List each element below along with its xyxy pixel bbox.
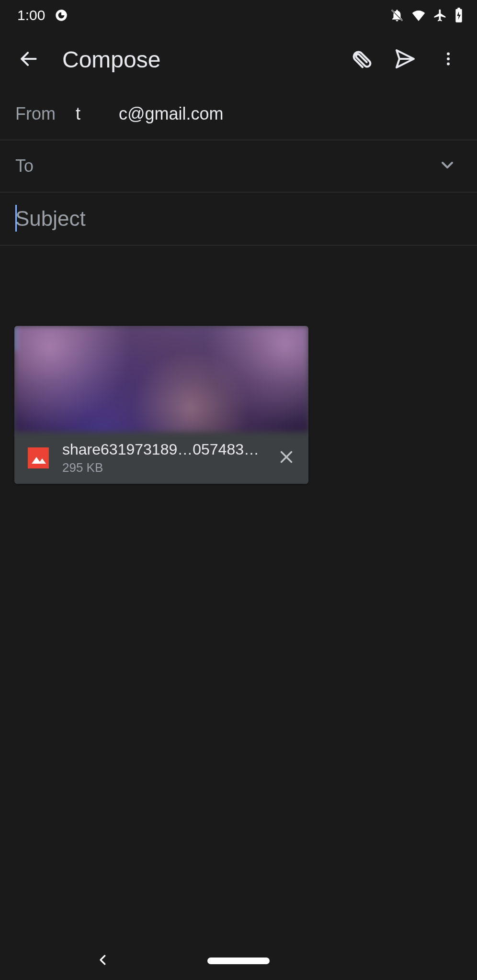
chevron-left-icon <box>96 960 110 969</box>
app-bar: Compose <box>0 31 477 88</box>
attachment-meta: share631973189…05748371.png 295 KB <box>14 432 308 484</box>
battery-charging-icon <box>454 8 464 23</box>
do-not-disturb-icon <box>55 9 68 22</box>
attachment-size: 295 KB <box>62 460 260 475</box>
to-field: To <box>0 140 477 192</box>
to-label: To <box>15 156 58 176</box>
close-icon <box>278 448 295 468</box>
to-input[interactable] <box>76 156 416 176</box>
arrow-back-icon <box>18 48 39 71</box>
svg-point-12 <box>447 62 450 65</box>
from-value: tc@gmail.com <box>76 104 224 124</box>
more-button[interactable] <box>429 40 467 78</box>
send-button[interactable] <box>386 40 424 78</box>
chevron-down-icon <box>438 156 457 177</box>
more-vert-icon <box>440 50 457 69</box>
compose-body-area: share631973189…05748371.png 295 KB <box>0 245 477 500</box>
svg-point-10 <box>447 52 450 55</box>
subject-input[interactable] <box>15 207 462 231</box>
attachment-card[interactable]: share631973189…05748371.png 295 KB <box>14 326 308 484</box>
image-file-icon <box>28 447 49 468</box>
system-nav-bar <box>0 942 477 980</box>
back-button[interactable] <box>10 40 48 78</box>
mute-icon <box>390 8 404 22</box>
body-input[interactable] <box>14 262 463 301</box>
attach-button[interactable] <box>343 40 381 78</box>
attachment-filename: share631973189…05748371.png <box>62 441 260 458</box>
airplane-icon <box>433 8 447 22</box>
subject-field <box>0 192 477 245</box>
from-label: From <box>15 104 58 124</box>
attachment-icon <box>351 48 373 71</box>
attachment-thumbnail <box>14 326 308 432</box>
svg-point-11 <box>447 57 450 60</box>
status-time: 1:00 <box>17 7 45 23</box>
from-field[interactable]: From tc@gmail.com <box>0 88 477 140</box>
text-cursor <box>15 205 17 232</box>
remove-attachment-button[interactable] <box>273 445 300 471</box>
page-title: Compose <box>53 46 338 73</box>
nav-back-button[interactable] <box>96 953 110 969</box>
status-bar: 1:00 <box>0 0 477 31</box>
nav-home-pill[interactable] <box>207 958 270 964</box>
expand-recipients-button[interactable] <box>433 152 462 180</box>
svg-rect-5 <box>457 8 460 10</box>
wifi-icon <box>411 8 426 23</box>
send-icon <box>394 47 417 72</box>
